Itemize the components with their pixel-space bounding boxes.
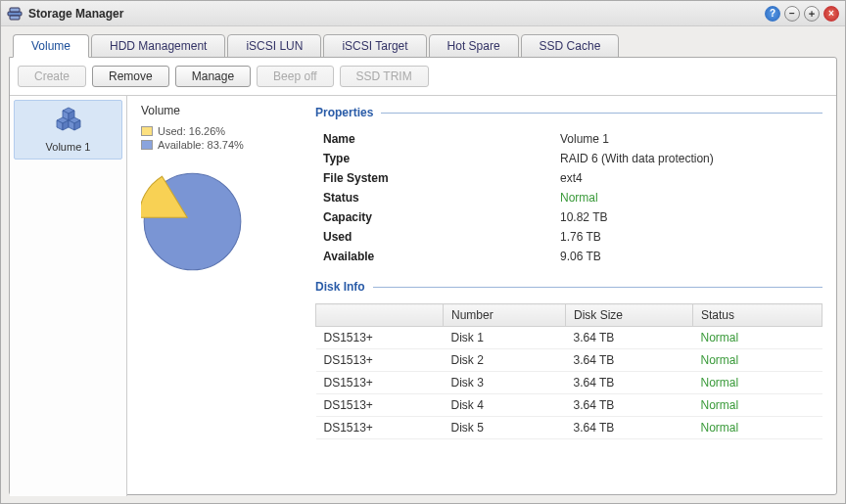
cell-status: Normal [693,372,822,394]
volume-item[interactable]: Volume 1 [14,100,122,160]
maximize-button[interactable]: ＋ [804,6,820,22]
prop-label-status: Status [315,191,560,205]
volume-list: Volume 1 [10,96,127,496]
table-row[interactable]: DS1513+Disk 33.64 TBNormal [316,372,822,394]
titlebar: Storage Manager ? − ＋ × [1,1,845,26]
properties-heading: Properties [315,106,822,119]
cell-model: DS1513+ [316,394,444,417]
cell-size: 3.64 TB [566,372,693,394]
prop-label-capacity: Capacity [315,210,560,224]
legend-swatch-available [141,140,153,150]
info-column: Properties NameVolume 1 TypeRAID 6 (With… [315,104,822,488]
legend-used: Used: 16.26% [141,125,298,137]
cell-number: Disk 3 [444,372,566,394]
cell-size: 3.64 TB [566,349,693,372]
table-row[interactable]: DS1513+Disk 53.64 TBNormal [316,417,822,439]
create-button[interactable]: Create [18,66,86,87]
beep-off-button[interactable]: Beep off [257,66,333,87]
usage-column: Volume Used: 16.26% Available: 83.74% [141,104,298,488]
legend-swatch-used [141,126,153,136]
content: Volume HDD Management iSCSI LUN iSCSI Ta… [1,26,845,503]
svg-rect-2 [10,16,20,20]
app-window: Storage Manager ? − ＋ × Volume HDD Manag… [0,0,846,504]
divider [373,287,822,288]
disk-info-heading: Disk Info [315,280,822,294]
prop-value-capacity: 10.82 TB [560,210,822,224]
table-row[interactable]: DS1513+Disk 23.64 TBNormal [316,349,822,372]
cell-size: 3.64 TB [566,417,693,439]
toolbar: Create Remove Manage Beep off SSD TRIM [10,58,836,95]
cell-model: DS1513+ [316,372,444,394]
volume-heading: Volume [141,104,298,117]
cell-model: DS1513+ [316,349,444,372]
table-row[interactable]: DS1513+Disk 43.64 TBNormal [316,394,822,417]
cell-size: 3.64 TB [566,394,693,417]
col-size[interactable]: Disk Size [566,304,693,327]
cell-model: DS1513+ [316,417,444,439]
col-number[interactable]: Number [444,304,566,327]
help-button[interactable]: ? [765,6,780,22]
legend: Used: 16.26% Available: 83.74% [141,125,298,151]
cell-number: Disk 2 [444,349,566,372]
prop-label-used: Used [315,230,560,244]
legend-available-label: Available: 83.74% [158,139,244,151]
details-pane: Volume Used: 16.26% Available: 83.74% [127,96,836,496]
prop-value-available: 9.06 TB [560,250,822,263]
prop-label-fs: File System [315,171,560,185]
tab-panel: Create Remove Manage Beep off SSD TRIM [9,57,837,495]
legend-available: Available: 83.74% [141,139,298,151]
window-title: Storage Manager [28,7,765,21]
remove-button[interactable]: Remove [92,66,169,87]
volume-cube-icon [53,123,84,137]
tab-iscsi-lun[interactable]: iSCSI LUN [227,34,321,58]
col-status[interactable]: Status [693,304,822,327]
app-icon [7,6,23,22]
tab-ssd-cache[interactable]: SSD Cache [521,34,620,58]
cell-status: Normal [693,349,822,372]
prop-value-status: Normal [560,191,822,205]
prop-value-type: RAID 6 (With data protection) [560,152,822,165]
tab-hdd-management[interactable]: HDD Management [91,34,225,58]
disk-table: Number Disk Size Status DS1513+Disk 13.6… [315,303,822,439]
tab-iscsi-target[interactable]: iSCSI Target [323,34,426,58]
table-row[interactable]: DS1513+Disk 13.64 TBNormal [316,327,822,349]
properties-table: NameVolume 1 TypeRAID 6 (With data prote… [315,129,822,266]
cell-status: Normal [693,327,822,349]
prop-value-used: 1.76 TB [560,230,822,244]
properties-heading-text: Properties [315,106,373,119]
cell-size: 3.64 TB [566,327,693,349]
volume-item-label: Volume 1 [21,141,116,153]
cell-number: Disk 1 [444,327,566,349]
cell-model: DS1513+ [316,327,444,349]
main-area: Volume 1 Volume Used: 16.26% [10,95,836,496]
svg-rect-1 [10,8,20,12]
disk-table-header-row: Number Disk Size Status [316,304,822,327]
disk-info-heading-text: Disk Info [315,280,365,294]
cell-status: Normal [693,394,822,417]
minimize-button[interactable]: − [784,6,800,22]
tab-bar: Volume HDD Management iSCSI LUN iSCSI Ta… [9,34,837,58]
cell-number: Disk 4 [444,394,566,417]
tab-volume[interactable]: Volume [13,34,89,58]
close-button[interactable]: × [823,6,839,22]
window-controls: ? − ＋ × [765,6,839,22]
prop-value-name: Volume 1 [560,132,822,146]
cell-status: Normal [693,417,822,439]
usage-pie-chart [141,170,244,273]
divider [381,113,822,114]
ssd-trim-button[interactable]: SSD TRIM [340,66,429,87]
legend-used-label: Used: 16.26% [158,125,225,137]
prop-label-available: Available [315,250,560,263]
tab-hot-spare[interactable]: Hot Spare [429,34,519,58]
col-model[interactable] [316,304,444,327]
prop-label-name: Name [315,132,560,146]
prop-label-type: Type [315,152,560,165]
prop-value-fs: ext4 [560,171,822,185]
svg-rect-0 [8,12,22,16]
cell-number: Disk 5 [444,417,566,439]
manage-button[interactable]: Manage [175,66,251,87]
